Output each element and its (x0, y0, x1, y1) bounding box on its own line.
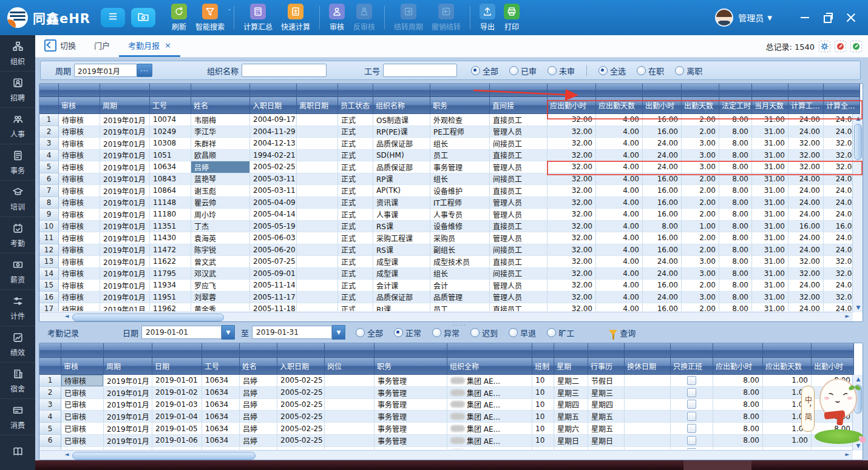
table-cell-hire[interactable]: 2005-04-14 (250, 209, 297, 221)
column-header-org_full[interactable]: 组织全称 (447, 358, 532, 375)
sidebar-item-piece[interactable]: 计件 (0, 290, 35, 326)
table-cell-direct[interactable]: 间接员工 (490, 268, 548, 280)
table-cell-att_hours[interactable]: 8.00 (812, 447, 854, 449)
column-header-rownum[interactable] (39, 358, 61, 375)
toolbar-button-export[interactable]: 导出 (480, 4, 495, 32)
table-cell-legal_hours[interactable]: 8.00 (719, 126, 752, 138)
menu-list-button[interactable] (101, 8, 125, 27)
table-cell-duty[interactable]: 事务管理 (375, 375, 447, 387)
column-header-name[interactable]: 姓名 (240, 358, 277, 375)
column-header-hire[interactable]: 入职日期 (250, 97, 297, 114)
toolbar-button-calculator[interactable]: 计算汇总 (243, 4, 273, 32)
table-cell-calc_work[interactable]: 24.00 (788, 280, 824, 292)
column-header-status[interactable]: 员工状态 (338, 97, 373, 114)
table-cell-att_days[interactable]: 3.00 (682, 150, 719, 162)
table-cell-audit[interactable]: 待审核 (59, 209, 100, 221)
table-cell-calc_work[interactable]: 16.00 (788, 221, 824, 233)
table-cell-shift[interactable]: 10 (532, 411, 554, 423)
table-cell-org[interactable]: 品质保证部 (373, 161, 430, 173)
table-cell-direct[interactable]: 管理人员 (490, 161, 548, 173)
table-cell-name[interactable]: 刘翠蓉 (191, 292, 250, 304)
date-to-select[interactable]: 2019-01-31 ▼ (252, 326, 345, 339)
table-cell-post[interactable] (325, 399, 375, 411)
table-cell-due_days[interactable]: 4.00 (596, 173, 643, 186)
table-cell-leave[interactable] (297, 126, 338, 138)
table-row[interactable]: 10待审核2019年01月11351丁杰2005-05-19正式RS课设备维修直… (39, 221, 863, 233)
table-cell-att_days[interactable]: 2.00 (682, 197, 719, 209)
table-cell-leave[interactable] (297, 209, 338, 221)
table-cell-period[interactable]: 2019年01月 (104, 399, 152, 411)
table-cell-audit[interactable]: 已审核 (61, 435, 104, 447)
table-cell-empno[interactable]: 11951 (150, 292, 191, 304)
table-cell-hire[interactable]: 2005-02-25 (250, 161, 297, 173)
table-cell-audit[interactable]: 已审核 (61, 411, 104, 423)
table-cell-shift[interactable]: 10 (532, 399, 554, 411)
table-cell-audit[interactable]: 待审核 (59, 173, 100, 186)
table-cell-att_hours[interactable]: 24.00 (643, 256, 682, 268)
table-cell-month_days[interactable]: 31.00 (752, 303, 788, 311)
table-cell-hire[interactable]: 2005-02-25 (277, 375, 325, 387)
vertical-scroll-thumb[interactable] (854, 124, 862, 160)
column-header-legal_hours[interactable]: 法定工时 (719, 97, 752, 114)
table-cell-swap_date[interactable] (625, 387, 671, 399)
table-cell-att_hours[interactable]: 8.00 (812, 423, 854, 435)
table-cell-post[interactable] (325, 447, 375, 449)
scroll-right-arrow[interactable]: ► (843, 312, 852, 320)
table-cell-hire[interactable]: 2005-09-01 (250, 268, 297, 280)
table-cell-audit[interactable]: 已审核 (61, 399, 104, 411)
column-header-shift[interactable]: 班制 (532, 358, 554, 375)
table-cell-empno[interactable]: 11351 (150, 221, 191, 233)
table-cell-empno[interactable]: 11148 (150, 197, 191, 209)
table-cell-direct[interactable]: 管理人员 (490, 209, 548, 221)
table-cell-name[interactable]: 袁海英 (191, 232, 250, 244)
table-cell-hire[interactable]: 2005-11-18 (250, 303, 297, 311)
table-cell-name[interactable]: 谢玉彪 (191, 185, 250, 197)
table-cell-duty[interactable]: 设备维护 (430, 185, 490, 197)
table-cell-duty[interactable]: 事务管理 (430, 161, 490, 173)
table-cell-leave[interactable] (297, 221, 338, 233)
table-cell-due_hours[interactable]: 32.00 (548, 138, 596, 150)
table-cell-legal_hours[interactable]: 8.00 (719, 150, 752, 162)
table-cell-audit[interactable]: 待审核 (59, 303, 100, 311)
table-cell-hire[interactable]: 1994-02-21 (250, 150, 297, 162)
column-header-month_days[interactable]: 当月天数 (752, 97, 788, 114)
table-cell-att_days[interactable]: 2.00 (682, 185, 719, 197)
table-cell-direct[interactable]: 间接员工 (490, 244, 548, 257)
table-cell-name[interactable]: 李江华 (191, 126, 250, 138)
table-cell-due_hours[interactable]: 32.00 (548, 185, 596, 197)
scroll-up-arrow[interactable]: ▲ (854, 115, 863, 123)
table-cell-audit[interactable]: 待审核 (59, 138, 100, 150)
table-cell-status[interactable]: 正式 (338, 209, 373, 221)
tab-close-icon[interactable]: × (164, 41, 171, 50)
table-cell-due_hours[interactable]: 8.00 (713, 447, 763, 449)
table-cell-calendar[interactable]: 星期日 (588, 435, 625, 447)
table-cell-legal_hours[interactable]: 8.00 (719, 256, 752, 268)
table-cell-duty[interactable]: 员工 (430, 303, 490, 311)
table-cell-org_full[interactable]: 集团 AE... (447, 423, 532, 435)
table-cell-month_days[interactable]: 31.00 (752, 126, 788, 138)
row-number-cell[interactable]: 1 (39, 375, 61, 387)
table-cell-att_hours[interactable]: 8.00 (812, 411, 854, 423)
table-cell-direct[interactable]: 管理人员 (490, 126, 548, 138)
table-cell-period[interactable]: 2019年01月 (100, 114, 150, 126)
table-cell-status[interactable]: 正式 (338, 173, 373, 186)
sidebar-item-recruit[interactable]: 招聘 (0, 72, 35, 108)
table-cell-empno[interactable]: 11180 (150, 209, 191, 221)
table-cell-period[interactable]: 2019年01月 (100, 292, 150, 304)
table-cell-swap_only[interactable] (671, 447, 713, 449)
row-number-cell[interactable]: 13 (39, 256, 59, 268)
table-cell-name[interactable]: 吕婷 (240, 435, 277, 447)
table-cell-date[interactable]: 2019-01-06 (152, 435, 202, 447)
table-cell-period[interactable]: 2019年01月 (100, 244, 150, 257)
column-header-calc_full[interactable]: 计算全... (824, 97, 860, 114)
table-cell-legal_hours[interactable]: 8.00 (719, 221, 752, 233)
column-header-post[interactable]: 岗位 (325, 358, 375, 375)
table-cell-audit[interactable]: 待审核 (59, 280, 100, 292)
table-cell-hire[interactable]: 2005-02-25 (277, 411, 325, 423)
table-cell-due_hours[interactable]: 32.00 (548, 209, 596, 221)
column-header-due_days[interactable]: 应出勤天数 (763, 358, 812, 375)
column-header-att_hours[interactable]: 出勤小时 (643, 97, 682, 114)
table-cell-legal_hours[interactable]: 8.00 (719, 303, 752, 311)
table-cell-shift[interactable]: 10 (532, 423, 554, 435)
table-cell-legal_hours[interactable]: 8.00 (719, 268, 752, 280)
